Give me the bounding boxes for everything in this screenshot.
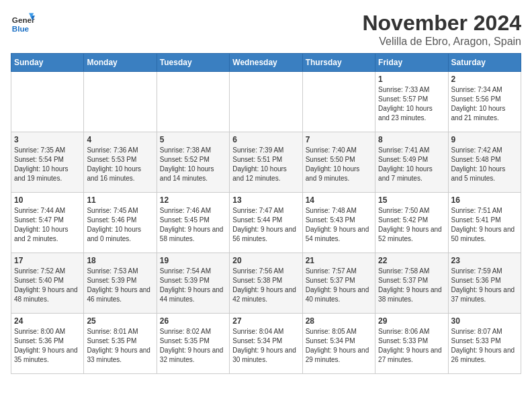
day-number: 10 <box>14 195 81 205</box>
calendar-cell: 7Sunrise: 7:40 AM Sunset: 5:50 PM Daylig… <box>302 132 375 193</box>
calendar-cell: 29Sunrise: 8:06 AM Sunset: 5:33 PM Dayli… <box>375 314 448 374</box>
day-info: Sunrise: 7:58 AM Sunset: 5:37 PM Dayligh… <box>378 267 445 304</box>
calendar-cell <box>84 72 157 132</box>
day-number: 19 <box>160 256 226 265</box>
logo: General Blue <box>11 11 35 35</box>
day-info: Sunrise: 7:59 AM Sunset: 5:36 PM Dayligh… <box>451 267 518 304</box>
calendar-cell: 11Sunrise: 7:45 AM Sunset: 5:46 PM Dayli… <box>84 193 157 253</box>
calendar-cell: 4Sunrise: 7:36 AM Sunset: 5:53 PM Daylig… <box>84 132 157 193</box>
header-day: Sunday <box>11 54 84 72</box>
day-number: 24 <box>14 316 81 326</box>
header-row: SundayMondayTuesdayWednesdayThursdayFrid… <box>11 54 521 72</box>
day-number: 26 <box>160 316 226 326</box>
day-number: 25 <box>87 316 153 326</box>
day-info: Sunrise: 7:53 AM Sunset: 5:39 PM Dayligh… <box>87 267 153 304</box>
day-info: Sunrise: 8:02 AM Sunset: 5:35 PM Dayligh… <box>160 327 226 365</box>
day-info: Sunrise: 8:05 AM Sunset: 5:34 PM Dayligh… <box>306 327 372 365</box>
day-number: 5 <box>160 135 226 144</box>
calendar-cell: 26Sunrise: 8:02 AM Sunset: 5:35 PM Dayli… <box>157 314 229 374</box>
calendar-cell: 16Sunrise: 7:51 AM Sunset: 5:41 PM Dayli… <box>448 193 521 253</box>
day-info: Sunrise: 7:57 AM Sunset: 5:37 PM Dayligh… <box>306 267 372 304</box>
calendar-cell: 23Sunrise: 7:59 AM Sunset: 5:36 PM Dayli… <box>448 253 521 314</box>
day-info: Sunrise: 7:56 AM Sunset: 5:38 PM Dayligh… <box>232 267 299 304</box>
calendar-cell: 1Sunrise: 7:33 AM Sunset: 5:57 PM Daylig… <box>375 72 448 132</box>
calendar-cell: 22Sunrise: 7:58 AM Sunset: 5:37 PM Dayli… <box>375 253 448 314</box>
day-info: Sunrise: 7:36 AM Sunset: 5:53 PM Dayligh… <box>87 146 153 183</box>
day-info: Sunrise: 7:33 AM Sunset: 5:57 PM Dayligh… <box>378 85 445 123</box>
calendar-cell: 15Sunrise: 7:50 AM Sunset: 5:42 PM Dayli… <box>375 193 448 253</box>
calendar-cell: 12Sunrise: 7:46 AM Sunset: 5:45 PM Dayli… <box>157 193 229 253</box>
calendar-cell: 8Sunrise: 7:41 AM Sunset: 5:49 PM Daylig… <box>375 132 448 193</box>
day-info: Sunrise: 7:44 AM Sunset: 5:47 PM Dayligh… <box>14 206 81 244</box>
day-info: Sunrise: 7:54 AM Sunset: 5:39 PM Dayligh… <box>160 267 226 304</box>
day-info: Sunrise: 7:52 AM Sunset: 5:40 PM Dayligh… <box>14 267 81 304</box>
day-number: 8 <box>378 135 445 144</box>
calendar-cell: 28Sunrise: 8:05 AM Sunset: 5:34 PM Dayli… <box>302 314 375 374</box>
location: Velilla de Ebro, Aragon, Spain <box>362 36 521 48</box>
day-info: Sunrise: 8:01 AM Sunset: 5:35 PM Dayligh… <box>87 327 153 365</box>
calendar-cell: 25Sunrise: 8:01 AM Sunset: 5:35 PM Dayli… <box>84 314 157 374</box>
calendar-week: 3Sunrise: 7:35 AM Sunset: 5:54 PM Daylig… <box>11 132 521 193</box>
calendar-cell: 9Sunrise: 7:42 AM Sunset: 5:48 PM Daylig… <box>448 132 521 193</box>
day-info: Sunrise: 8:07 AM Sunset: 5:33 PM Dayligh… <box>451 327 518 365</box>
calendar-cell: 20Sunrise: 7:56 AM Sunset: 5:38 PM Dayli… <box>230 253 302 314</box>
day-number: 1 <box>378 75 445 84</box>
calendar-cell: 3Sunrise: 7:35 AM Sunset: 5:54 PM Daylig… <box>11 132 84 193</box>
calendar-week: 17Sunrise: 7:52 AM Sunset: 5:40 PM Dayli… <box>11 253 521 314</box>
day-info: Sunrise: 7:34 AM Sunset: 5:56 PM Dayligh… <box>451 85 518 123</box>
day-number: 11 <box>87 195 153 205</box>
calendar-cell: 5Sunrise: 7:38 AM Sunset: 5:52 PM Daylig… <box>157 132 229 193</box>
month-title: November 2024 <box>362 11 521 36</box>
calendar-cell: 10Sunrise: 7:44 AM Sunset: 5:47 PM Dayli… <box>11 193 84 253</box>
calendar-week: 24Sunrise: 8:00 AM Sunset: 5:36 PM Dayli… <box>11 314 521 374</box>
day-info: Sunrise: 7:41 AM Sunset: 5:49 PM Dayligh… <box>378 146 445 183</box>
day-number: 3 <box>14 135 81 144</box>
svg-text:Blue: Blue <box>12 24 30 33</box>
day-number: 2 <box>451 75 518 84</box>
day-number: 30 <box>451 316 518 326</box>
logo-icon: General Blue <box>11 11 35 35</box>
calendar-cell <box>157 72 229 132</box>
day-info: Sunrise: 7:42 AM Sunset: 5:48 PM Dayligh… <box>451 146 518 183</box>
calendar-cell: 19Sunrise: 7:54 AM Sunset: 5:39 PM Dayli… <box>157 253 229 314</box>
header-day: Thursday <box>302 54 375 72</box>
day-number: 15 <box>378 195 445 205</box>
calendar-cell: 24Sunrise: 8:00 AM Sunset: 5:36 PM Dayli… <box>11 314 84 374</box>
calendar-cell: 17Sunrise: 7:52 AM Sunset: 5:40 PM Dayli… <box>11 253 84 314</box>
day-info: Sunrise: 7:45 AM Sunset: 5:46 PM Dayligh… <box>87 206 153 244</box>
day-number: 9 <box>451 135 518 144</box>
day-number: 6 <box>232 135 299 144</box>
day-info: Sunrise: 8:00 AM Sunset: 5:36 PM Dayligh… <box>14 327 81 365</box>
day-info: Sunrise: 7:39 AM Sunset: 5:51 PM Dayligh… <box>232 146 299 183</box>
day-number: 13 <box>232 195 299 205</box>
day-number: 18 <box>87 256 153 265</box>
day-number: 12 <box>160 195 226 205</box>
day-number: 21 <box>306 256 372 265</box>
calendar-cell: 18Sunrise: 7:53 AM Sunset: 5:39 PM Dayli… <box>84 253 157 314</box>
day-info: Sunrise: 7:48 AM Sunset: 5:43 PM Dayligh… <box>306 206 372 244</box>
day-info: Sunrise: 7:47 AM Sunset: 5:44 PM Dayligh… <box>232 206 299 244</box>
header: General Blue November 2024 Velilla de Eb… <box>11 11 521 48</box>
day-number: 27 <box>232 316 299 326</box>
calendar-cell: 21Sunrise: 7:57 AM Sunset: 5:37 PM Dayli… <box>302 253 375 314</box>
title-area: November 2024 Velilla de Ebro, Aragon, S… <box>362 11 521 48</box>
calendar-cell: 2Sunrise: 7:34 AM Sunset: 5:56 PM Daylig… <box>448 72 521 132</box>
calendar-week: 10Sunrise: 7:44 AM Sunset: 5:47 PM Dayli… <box>11 193 521 253</box>
day-number: 17 <box>14 256 81 265</box>
day-info: Sunrise: 8:04 AM Sunset: 5:34 PM Dayligh… <box>232 327 299 365</box>
day-info: Sunrise: 7:35 AM Sunset: 5:54 PM Dayligh… <box>14 146 81 183</box>
calendar-week: 1Sunrise: 7:33 AM Sunset: 5:57 PM Daylig… <box>11 72 521 132</box>
day-number: 7 <box>306 135 372 144</box>
header-day: Friday <box>375 54 448 72</box>
day-info: Sunrise: 7:40 AM Sunset: 5:50 PM Dayligh… <box>306 146 372 183</box>
header-day: Saturday <box>448 54 521 72</box>
calendar-cell: 6Sunrise: 7:39 AM Sunset: 5:51 PM Daylig… <box>230 132 302 193</box>
day-number: 22 <box>378 256 445 265</box>
calendar-cell: 30Sunrise: 8:07 AM Sunset: 5:33 PM Dayli… <box>448 314 521 374</box>
day-number: 20 <box>232 256 299 265</box>
header-day: Monday <box>84 54 157 72</box>
day-number: 4 <box>87 135 153 144</box>
day-info: Sunrise: 7:46 AM Sunset: 5:45 PM Dayligh… <box>160 206 226 244</box>
header-day: Tuesday <box>157 54 229 72</box>
day-number: 23 <box>451 256 518 265</box>
